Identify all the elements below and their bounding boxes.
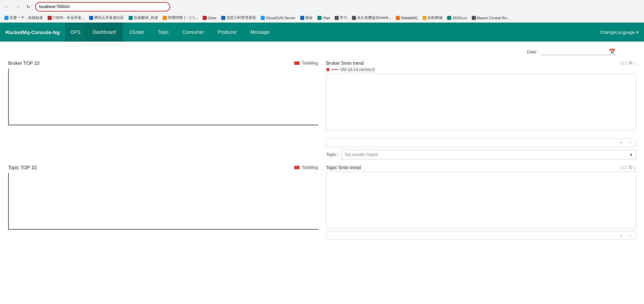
nav-cluster[interactable]: Cluster (123, 23, 151, 42)
bookmark-baidu[interactable]: 百度一下，你就知道 (3, 15, 45, 21)
date-label: Date : (527, 49, 539, 54)
bookmark-maven[interactable]: Maven Central Re... (470, 15, 512, 21)
search-right-btn[interactable]: → (625, 140, 633, 145)
topic-totalmsg-legend-color (294, 166, 300, 169)
topic-top10-legend-label: TotalMsg (302, 165, 318, 170)
browser-toolbar: ← → ↻ (0, 0, 644, 14)
topic-top10-title: Topic TOP 10 (8, 165, 36, 170)
bookmark-juejin[interactable]: 掘金 (299, 15, 314, 21)
bookmark-icon (163, 16, 167, 20)
bookmark-icon (89, 16, 93, 20)
bookmark-icon (203, 16, 207, 20)
bottom-charts-row: Topic TOP 10 TotalMsg Topic 5min trend □… (8, 165, 636, 240)
nav-message[interactable]: Message (243, 23, 276, 42)
forward-button[interactable]: → (14, 3, 22, 11)
bookmark-yapi[interactable]: YApi (316, 15, 332, 21)
bookmark-icon (396, 16, 400, 20)
broker-top10-legend: TotalMsg (294, 61, 318, 66)
broker-trend-title-area: Broker 5min trend VM-16-14-centos:0 (326, 60, 375, 72)
bookmark-tencent[interactable]: 腾讯云开发者社区 (87, 15, 126, 21)
trend-search-bar: ← → (326, 138, 636, 147)
broker-top10-panel: Broker TOP 10 TotalMsg (8, 60, 318, 130)
topic-select[interactable]: No results match (341, 150, 636, 159)
bookmark-study[interactable]: 学习 (333, 15, 349, 21)
topic-chart-resize-btn[interactable]: □ (625, 165, 627, 170)
topic-search-right-btn[interactable]: → (625, 233, 633, 238)
app-navbar: RocketMq-Console-Ng OPS Dashboard Cluste… (0, 23, 644, 42)
broker-top10-title: Broker TOP 10 (8, 60, 40, 66)
bookmark-gitee[interactable]: Gitee (201, 15, 218, 21)
nav-consumer[interactable]: Consumer (176, 23, 211, 42)
bookmark-icon (129, 16, 133, 20)
topic-select-wrap: No results match ▼ (341, 150, 636, 159)
topic-chart-refresh-btn[interactable]: ↻ (629, 165, 633, 170)
broker-trend-panel: Broker 5min trend VM-16-14-centos:0 □ □ … (326, 60, 636, 130)
back-button[interactable]: ← (3, 3, 11, 11)
chart-expand-btn[interactable]: □ (621, 60, 623, 66)
topic-chart-download-btn[interactable]: ↓ (634, 165, 636, 170)
broker-trend-actions: □ □ ↻ ↓ (621, 60, 636, 66)
bookmark-json[interactable]: JSON.cn (445, 15, 469, 21)
broker-trend-title: Broker 5min trend (326, 60, 375, 66)
nav-producer[interactable]: Producer (211, 23, 244, 42)
app-nav-items: Dashboard Cluster Topic Consumer Produce… (86, 23, 595, 42)
topic-top10-chart (8, 173, 318, 230)
address-bar[interactable] (35, 2, 170, 11)
vm-legend-label: VM-16-14-centos:0 (340, 67, 375, 72)
main-content: Date : 📅 Broker TOP 10 TotalMsg (0, 42, 644, 304)
bookmark-shensu[interactable]: 沈苏工时管理系统 (220, 15, 258, 21)
nav-topic[interactable]: Topic (151, 23, 176, 42)
nav-dashboard[interactable]: Dashboard (86, 23, 123, 42)
bookmark-icon (221, 16, 225, 20)
topic-chart-expand-btn[interactable]: □ (621, 165, 623, 170)
topic-trend-title: Topic 5min trend (326, 165, 361, 170)
vm-legend-line (332, 69, 338, 70)
bookmark-icon (352, 16, 356, 20)
browser-chrome: ← → ↻ 百度一下，你就知道 CSDN - 专业开发... 腾讯云开发者社区 … (0, 0, 644, 23)
bookmark-bilibili[interactable]: 哔哩哔哩 (' - ')つ... (161, 15, 200, 21)
topic-trend-search-input[interactable] (329, 233, 618, 238)
totalmsg-legend-color (294, 61, 300, 65)
bookmark-icon (335, 16, 339, 20)
topic-label: Topic : (326, 152, 339, 157)
filter-row: ← → Topic : No results match ▼ (8, 138, 636, 159)
chart-download-btn[interactable]: ↓ (634, 60, 636, 66)
chart-resize-btn[interactable]: □ (625, 60, 627, 66)
date-input[interactable] (541, 49, 609, 54)
trend-search-input[interactable] (329, 140, 618, 145)
bookmark-icon (447, 16, 451, 20)
bookmark-csdn[interactable]: CSDN - 专业开发... (46, 15, 86, 21)
bookmark-youdao[interactable]: 在线翻译_有道 (127, 15, 160, 21)
bookmark-icon (317, 16, 321, 20)
top-charts-row: Broker TOP 10 TotalMsg Broker 5min trend… (8, 60, 636, 130)
reload-button[interactable]: ↻ (24, 3, 32, 11)
calendar-icon[interactable]: 📅 (609, 48, 616, 55)
broker-trend-chart (326, 73, 636, 130)
topic-top10-legend: TotalMsg (294, 165, 318, 170)
topic-trend-chart (326, 172, 636, 228)
change-language-button[interactable]: ChangeLanguage ▾ (595, 30, 644, 35)
bookmarks-bar: 百度一下，你就知道 CSDN - 专业开发... 腾讯云开发者社区 在线翻译_有… (0, 14, 644, 22)
topic-trend-panel: Topic 5min trend □ □ ↻ ↓ ← → (326, 165, 636, 240)
bookmark-svn[interactable]: VisualSVN Server (259, 15, 297, 21)
app-brand: RocketMq-Console-Ng (0, 29, 65, 35)
bookmark-icon (4, 16, 8, 20)
ops-button[interactable]: OPS (65, 23, 86, 42)
bookmark-intelli[interactable]: 永久免费提供Intelli... (350, 15, 393, 21)
bookmark-icon (300, 16, 304, 20)
chart-refresh-btn[interactable]: ↻ (629, 60, 633, 66)
bookmark-icon (261, 16, 265, 20)
topic-trend-search-bar: ← → (326, 231, 636, 240)
topic-top10-panel: Topic TOP 10 TotalMsg (8, 165, 318, 240)
topic-search-left-btn[interactable]: ← (618, 233, 625, 238)
broker-top10-legend-label: TotalMsg (302, 61, 318, 66)
bookmark-rabbitmq[interactable]: RabbitMQ (394, 15, 419, 21)
left-spacer (8, 138, 318, 159)
search-left-btn[interactable]: ← (618, 140, 625, 145)
broker-top10-chart (8, 69, 318, 125)
date-section: Date : 📅 (527, 48, 616, 55)
bookmark-guli[interactable]: 谷粒商城 (421, 15, 444, 21)
bookmark-icon (472, 16, 476, 20)
bookmark-icon (422, 16, 427, 20)
vm-legend: VM-16-14-centos:0 (326, 67, 375, 72)
